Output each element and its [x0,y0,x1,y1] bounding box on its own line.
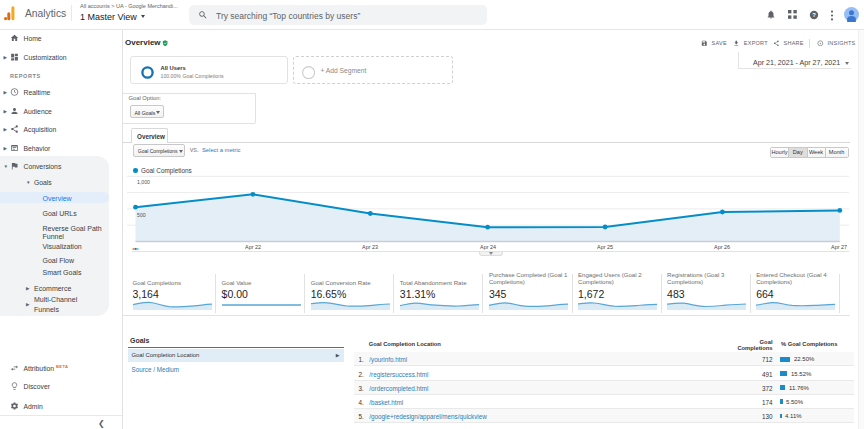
svg-text:?: ? [812,12,816,18]
